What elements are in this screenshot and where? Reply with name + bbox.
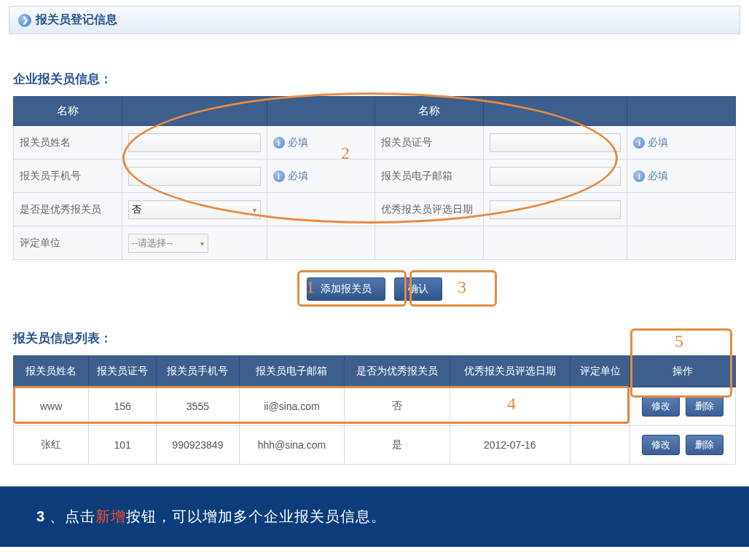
list-header-unit: 评定单位 — [570, 356, 630, 387]
cell-unit — [570, 426, 630, 465]
list-header-id: 报关员证号 — [89, 356, 157, 387]
cell-phone: 3555 — [157, 387, 240, 426]
list-header-excellent: 是否为优秀报关员 — [345, 356, 450, 387]
label-declarant-id: 报关员证号 — [375, 126, 484, 159]
select-excellent[interactable] — [128, 200, 261, 219]
add-declarant-button[interactable]: 添加报关员 — [307, 277, 385, 301]
hint-excellent-date — [627, 193, 736, 226]
label-declarant-email: 报关员电子邮箱 — [375, 159, 484, 193]
label-declarant-phone: 报关员手机号 — [14, 159, 122, 193]
table-row: www 156 3555 ii@sina.com 否 修改 删除 — [14, 387, 736, 426]
page-header: ❯ 报关员登记信息 — [9, 6, 740, 34]
input-declarant-email[interactable] — [490, 167, 621, 186]
cell-name: www — [14, 387, 89, 426]
cell-excellent: 否 — [345, 387, 450, 426]
footer-suffix: 按钮，可以增加多个企业报关员信息。 — [126, 508, 386, 524]
hint-declarant-id: i必填 — [627, 126, 736, 159]
form-button-row: 1 3 添加报关员 确认 — [13, 277, 736, 301]
footer-number: 3 — [36, 508, 45, 524]
cell-date: 2012-07-16 — [450, 426, 570, 465]
info-icon: i — [633, 137, 645, 149]
select-assess-unit[interactable] — [128, 234, 208, 253]
input-declarant-id[interactable] — [490, 133, 621, 152]
form-col-header-blank1 — [122, 97, 267, 126]
page-title: 报关员登记信息 — [36, 12, 117, 28]
list-header-email: 报关员电子邮箱 — [239, 356, 345, 387]
info-icon: i — [273, 137, 285, 149]
list-header-phone: 报关员手机号 — [157, 356, 240, 387]
list-section: 报关员信息列表： 报关员姓名 报关员证号 报关员手机号 报关员电子邮箱 是否为优… — [13, 330, 736, 465]
footer-highlight: 新增 — [95, 508, 126, 524]
cell-name: 张红 — [14, 426, 89, 465]
cell-unit — [570, 387, 630, 426]
form-section: 企业报关员信息： 名称 名称 报关员姓名 i必填 报关员证号 i必填 — [13, 71, 736, 301]
label-declarant-name: 报关员姓名 — [14, 126, 122, 159]
form-col-header-blank4 — [627, 97, 736, 126]
delete-button[interactable]: 删除 — [686, 396, 723, 417]
form-col-header-blank3 — [483, 97, 627, 126]
form-col-header-1: 名称 — [14, 97, 122, 126]
hint-excellent — [267, 193, 375, 226]
cell-id: 101 — [89, 426, 157, 465]
confirm-button[interactable]: 确认 — [394, 277, 442, 301]
cell-email: hhh@sina.com — [239, 426, 345, 465]
form-col-header-2: 名称 — [375, 97, 484, 126]
edit-button[interactable]: 修改 — [642, 435, 680, 455]
info-icon: i — [273, 170, 285, 182]
delete-button[interactable]: 删除 — [686, 435, 723, 455]
hint-declarant-phone: i必填 — [267, 159, 375, 193]
label-excellent: 是否是优秀报关员 — [14, 193, 122, 226]
form-table: 名称 名称 报关员姓名 i必填 报关员证号 i必填 报关员手机号 i必填 — [13, 96, 736, 260]
footer-instruction: 3、点击新增按钮，可以增加多个企业报关员信息。 — [0, 486, 749, 547]
list-header-ops: 操作 — [630, 356, 736, 387]
list-header-date: 优秀报关员评选日期 — [450, 356, 570, 387]
annotation-label-3: 3 — [458, 277, 466, 297]
info-icon: i — [633, 170, 645, 182]
footer-sep: 、 — [50, 508, 65, 524]
cell-date — [450, 387, 570, 426]
cell-phone: 990923849 — [157, 426, 240, 465]
cell-ops: 修改 删除 — [630, 387, 736, 426]
footer-prefix: 点击 — [65, 508, 95, 524]
hint-declarant-email: i必填 — [627, 159, 736, 193]
edit-button[interactable]: 修改 — [642, 396, 680, 417]
label-excellent-date: 优秀报关员评选日期 — [375, 193, 484, 226]
form-col-header-blank2 — [267, 97, 375, 126]
cell-id: 156 — [89, 387, 157, 426]
list-header-name: 报关员姓名 — [14, 356, 89, 387]
list-section-title: 报关员信息列表： — [13, 330, 736, 347]
cell-email: ii@sina.com — [239, 387, 345, 426]
circle-arrow-icon: ❯ — [18, 14, 31, 27]
form-section-title: 企业报关员信息： — [13, 71, 736, 87]
input-declarant-phone[interactable] — [128, 167, 261, 186]
hint-declarant-name: i必填 — [267, 126, 375, 159]
input-declarant-name[interactable] — [128, 133, 261, 152]
cell-excellent: 是 — [345, 426, 450, 465]
input-excellent-date[interactable] — [490, 200, 621, 219]
list-table: 报关员姓名 报关员证号 报关员手机号 报关员电子邮箱 是否为优秀报关员 优秀报关… — [13, 355, 736, 465]
label-assess-unit: 评定单位 — [14, 226, 122, 260]
cell-ops: 修改 删除 — [630, 426, 736, 465]
table-row: 张红 101 990923849 hhh@sina.com 是 2012-07-… — [14, 426, 736, 465]
